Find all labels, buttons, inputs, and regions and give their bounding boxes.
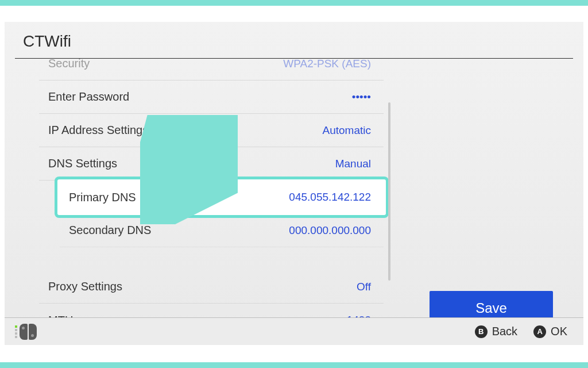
footer-bar: B Back A OK bbox=[5, 317, 583, 345]
hint-ok-label: OK bbox=[551, 325, 567, 338]
row-primary-dns[interactable]: Primary DNS 045.055.142.122 bbox=[60, 181, 384, 214]
frame-border-bottom bbox=[0, 362, 588, 368]
row-value: Off bbox=[357, 281, 371, 293]
row-value: 000.000.000.000 bbox=[289, 224, 371, 237]
row-dns-settings[interactable]: DNS Settings Manual bbox=[39, 147, 384, 181]
hint-ok: A OK bbox=[533, 325, 567, 338]
page-title: CTWifi bbox=[23, 32, 71, 50]
settings-screen: CTWifi Security WPA2-PSK (AES) Enter Pas… bbox=[5, 22, 583, 345]
controller-status bbox=[15, 324, 37, 340]
row-mtu[interactable]: MTU 1400 bbox=[39, 304, 384, 317]
row-label: Enter Password bbox=[48, 90, 129, 103]
row-label: Secondary DNS bbox=[69, 224, 151, 237]
hint-back-label: Back bbox=[492, 325, 517, 338]
row-ip-address-settings[interactable]: IP Address Settings Automatic bbox=[39, 114, 384, 147]
content-area: Security WPA2-PSK (AES) Enter Password •… bbox=[5, 57, 583, 317]
row-label: Security bbox=[48, 57, 90, 70]
row-value: ••••• bbox=[352, 91, 371, 103]
scrollbar[interactable] bbox=[388, 102, 390, 281]
frame-border-top bbox=[0, 0, 588, 6]
row-label: IP Address Settings bbox=[48, 124, 148, 137]
save-button[interactable]: Save bbox=[430, 291, 553, 317]
row-secondary-dns[interactable]: Secondary DNS 000.000.000.000 bbox=[60, 214, 384, 247]
b-button-icon: B bbox=[475, 325, 488, 338]
row-security[interactable]: Security WPA2-PSK (AES) bbox=[39, 57, 384, 80]
player-indicator-icon bbox=[15, 325, 17, 338]
row-enter-password[interactable]: Enter Password ••••• bbox=[39, 80, 384, 114]
save-button-label: Save bbox=[475, 300, 507, 316]
joycon-icon bbox=[20, 324, 37, 340]
row-value: WPA2-PSK (AES) bbox=[283, 57, 371, 70]
hint-back: B Back bbox=[475, 325, 517, 338]
row-primary-dns-wrap: Primary DNS 045.055.142.122 bbox=[60, 181, 384, 214]
settings-list: Security WPA2-PSK (AES) Enter Password •… bbox=[39, 57, 384, 317]
row-label: Primary DNS bbox=[69, 191, 136, 204]
row-label: DNS Settings bbox=[48, 157, 117, 170]
a-button-icon: A bbox=[533, 325, 546, 338]
row-value: Automatic bbox=[323, 124, 371, 137]
row-label: Proxy Settings bbox=[48, 280, 122, 293]
row-value: 045.055.142.122 bbox=[289, 191, 371, 204]
page-title-bar: CTWifi bbox=[5, 22, 583, 59]
row-value: Manual bbox=[335, 158, 371, 170]
row-proxy-settings[interactable]: Proxy Settings Off bbox=[39, 270, 384, 304]
footer-hints: B Back A OK bbox=[475, 325, 567, 338]
